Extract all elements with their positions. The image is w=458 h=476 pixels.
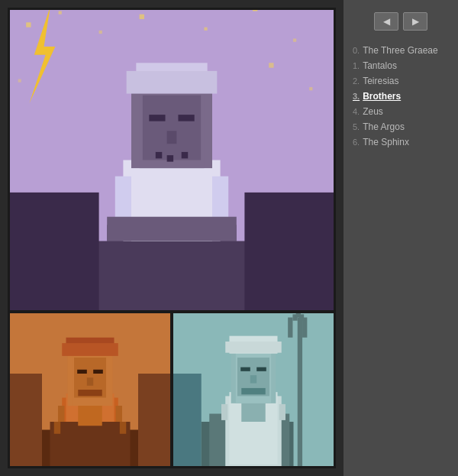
svg-rect-27 [167,155,173,161]
svg-rect-4 [140,15,144,19]
chapter-label-1: Tantalos [363,60,397,71]
svg-rect-26 [156,152,162,158]
svg-rect-75 [221,404,227,420]
chapter-num-1: 1. [353,61,360,70]
svg-rect-7 [293,39,296,42]
chapter-num-3: 3. [353,92,360,101]
svg-rect-28 [182,152,188,158]
svg-rect-1 [26,22,31,27]
svg-rect-54 [298,318,302,467]
svg-rect-5 [204,28,207,31]
svg-rect-13 [91,241,253,311]
svg-rect-52 [120,422,126,434]
chapter-label-2: Teiresias [363,76,398,86]
svg-rect-38 [50,422,131,466]
bottom-panels [10,313,334,466]
chapter-label-4: Zeus [363,106,383,117]
svg-rect-6 [253,10,257,11]
svg-rect-10 [309,87,312,90]
svg-rect-76 [279,404,285,420]
top-panel [10,10,334,310]
chapter-item-0[interactable]: 0.The Three Graeae [351,43,450,58]
sidebar: ◀ ▶ 0.The Three Graeae1.Tantalos2.Teires… [344,0,458,476]
chapter-label-6: The Sphinx [363,137,409,147]
svg-rect-34 [138,374,170,466]
svg-rect-25 [167,131,177,144]
svg-rect-46 [78,390,102,396]
chapter-label-3: Brothers [363,91,401,102]
main-area [0,0,344,476]
svg-rect-55 [288,318,292,338]
svg-rect-2 [59,11,62,14]
chapter-num-5: 5. [353,122,360,131]
svg-rect-74 [225,342,282,353]
chapter-item-3[interactable]: 3.Brothers [351,89,450,104]
svg-rect-14 [10,193,99,310]
svg-rect-23 [149,115,165,121]
svg-rect-8 [18,79,21,83]
chapter-label-0: The Three Graeae [363,45,438,56]
svg-rect-30 [127,71,218,94]
svg-rect-3 [99,31,102,34]
svg-rect-69 [240,368,250,371]
svg-rect-45 [87,377,93,386]
prev-button[interactable]: ◀ [374,12,398,31]
svg-rect-22 [143,96,201,160]
comic-panel [8,8,336,468]
chapter-label-5: The Argos [363,121,405,132]
chapter-num-2: 2. [353,76,360,86]
svg-rect-72 [241,388,266,394]
chapter-num-0: 0. [353,46,360,55]
chapter-item-2[interactable]: 2.Teiresias [351,73,450,89]
chapter-item-6[interactable]: 6.The Sphinx [351,134,450,150]
svg-rect-60 [173,374,202,466]
chapter-num-6: 6. [353,138,360,147]
nav-buttons: ◀ ▶ [344,6,458,37]
svg-rect-59 [296,313,301,318]
svg-rect-31 [107,217,237,241]
chapter-item-5[interactable]: 5.The Argos [351,119,450,134]
svg-rect-48 [62,343,118,356]
chapter-item-1[interactable]: 1.Tantalos [351,58,450,73]
svg-rect-33 [10,374,42,466]
svg-rect-24 [178,115,194,121]
svg-rect-71 [250,375,256,384]
svg-rect-9 [269,63,273,67]
svg-rect-49 [58,406,64,422]
chapter-list: 0.The Three Graeae1.Tantalos2.Teiresias3… [344,43,458,150]
svg-rect-43 [77,370,87,374]
chapter-num-4: 4. [353,107,360,116]
next-button[interactable]: ▶ [403,12,427,31]
chapter-item-4[interactable]: 4.Zeus [351,104,450,119]
bottom-left-panel [10,313,170,466]
svg-rect-44 [93,370,103,374]
bottom-right-panel [173,313,334,466]
svg-rect-51 [54,422,60,434]
svg-rect-50 [116,406,122,422]
svg-rect-15 [244,193,334,310]
svg-rect-70 [256,368,266,371]
